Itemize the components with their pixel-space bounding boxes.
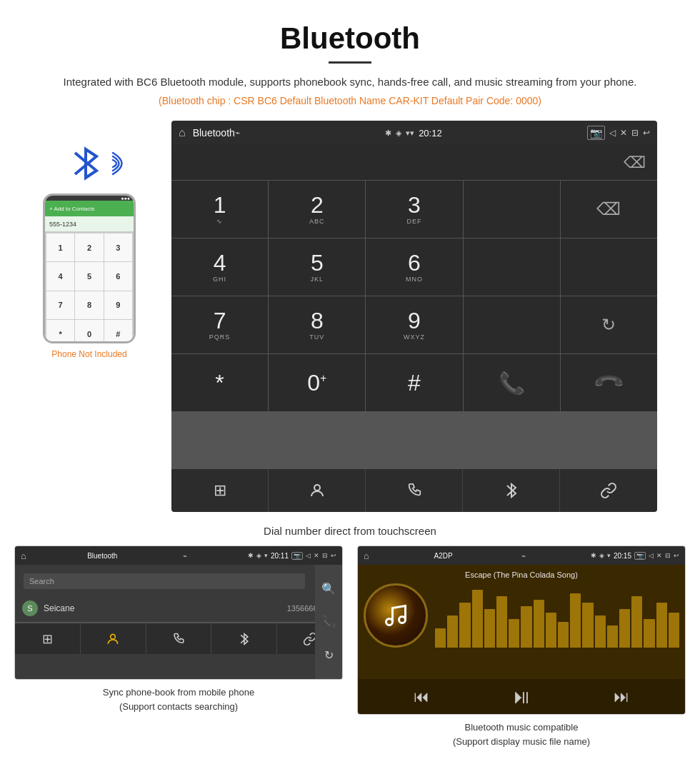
phone-key-star[interactable]: * <box>46 320 74 343</box>
bottom-screenshots: ⌂ Bluetooth ⌁ ✱ ◈ ▾ 20:11 📷 ◁ ✕ ⊟ ↩ <box>0 546 700 748</box>
specs-line: (Bluetooth chip : CSR BC6 Default Blueto… <box>14 95 686 106</box>
phone-key-4[interactable]: 4 <box>46 262 74 290</box>
eq-bar <box>546 613 556 648</box>
dial-sync-btn[interactable]: ↻ <box>561 296 657 353</box>
eq-bar <box>631 596 642 648</box>
music-status-icons: ✱ ◈ ▾ 20:15 📷 ◁ ✕ ⊟ ↩ <box>591 552 679 560</box>
bottom-nav: ⊞ <box>171 469 657 512</box>
backspace-button[interactable]: ⌫ <box>624 154 646 172</box>
svg-point-3 <box>399 617 406 623</box>
camera-icon[interactable]: 📷 <box>587 126 605 140</box>
music-home-icon[interactable]: ⌂ <box>364 551 369 561</box>
phone-key-1[interactable]: 1 <box>46 233 74 261</box>
title-section: Bluetooth Integrated with BC6 Bluetooth … <box>0 0 700 121</box>
dial-key-2[interactable]: 2ABC <box>269 181 365 238</box>
dial-key-8[interactable]: 8TUV <box>269 296 365 353</box>
dial-key-0[interactable]: 0+ <box>269 354 365 411</box>
pb-contact-avatar: S <box>22 600 38 616</box>
call-button[interactable]: 📞 <box>464 354 560 411</box>
dial-key-4[interactable]: 4GHI <box>171 238 268 296</box>
pb-back-icon[interactable]: ↩ <box>331 552 336 559</box>
pb-bt-icon: ✱ <box>248 552 254 559</box>
pb-nav-bt[interactable] <box>211 623 277 654</box>
svg-point-2 <box>386 619 393 625</box>
music-block: ⌂ A2DP ⌁ ✱ ◈ ▾ 20:15 📷 ◁ ✕ ⊟ ↩ Escape (T… <box>357 546 686 748</box>
phone-key-6[interactable]: 6 <box>104 262 132 290</box>
pb-vol-icon[interactable]: ◁ <box>306 552 311 559</box>
phone-key-2[interactable]: 2 <box>75 233 103 261</box>
eq-bar <box>619 609 630 648</box>
phone-frame: ●●● + Add to Contacts 555-1234 1 2 3 4 5… <box>43 194 136 343</box>
end-call-button[interactable]: 📞 <box>561 354 657 411</box>
prev-button[interactable]: ⏮ <box>414 688 429 706</box>
pb-window-icon[interactable]: ⊟ <box>322 552 328 559</box>
home-icon[interactable]: ⌂ <box>179 126 186 139</box>
page-title: Bluetooth <box>14 21 686 56</box>
nav-contacts[interactable] <box>269 469 366 512</box>
pb-loc-icon: ◈ <box>256 552 261 559</box>
phone-key-5[interactable]: 5 <box>75 262 103 290</box>
phone-key-hash[interactable]: # <box>104 320 132 343</box>
dial-display: ⌫ <box>171 145 657 181</box>
dial-key-1[interactable]: 1∿ <box>171 181 268 238</box>
dial-key-9[interactable]: 9WXYZ <box>366 296 462 353</box>
pb-sync-icon[interactable]: ↻ <box>324 648 334 662</box>
dial-key-5[interactable]: 5JKL <box>269 238 365 296</box>
music-window-icon[interactable]: ⊟ <box>665 552 671 559</box>
pb-nav-dialpad[interactable]: ⊞ <box>15 623 81 654</box>
pb-side-icons: 🔍 📞 ↻ <box>315 565 342 679</box>
eq-bar <box>435 628 446 648</box>
close-icon[interactable]: ✕ <box>620 128 627 138</box>
dial-key-7[interactable]: 7PQRS <box>171 296 268 353</box>
play-pause-button[interactable]: ⏯ <box>511 685 531 708</box>
pb-home-icon[interactable]: ⌂ <box>21 551 26 561</box>
pb-search-icon[interactable]: 🔍 <box>321 582 336 595</box>
pb-close-icon[interactable]: ✕ <box>314 552 319 559</box>
phone-header-bar: + Add to Contacts <box>45 201 134 216</box>
music-close-icon[interactable]: ✕ <box>656 552 662 559</box>
svg-point-1 <box>111 634 116 639</box>
next-button[interactable]: ⏭ <box>614 688 629 706</box>
music-cam-icon[interactable]: 📷 <box>634 552 646 560</box>
window-icon[interactable]: ⊟ <box>631 128 639 138</box>
pb-nav-phone[interactable] <box>146 623 212 654</box>
dial-backspace-btn[interactable]: ⌫ <box>561 181 657 238</box>
eq-bar <box>607 625 618 648</box>
dial-key-hash[interactable]: # <box>366 354 462 411</box>
phone-key-7[interactable]: 7 <box>46 291 74 319</box>
music-screenshot: ⌂ A2DP ⌁ ✱ ◈ ▾ 20:15 📷 ◁ ✕ ⊟ ↩ Escape (T… <box>357 546 686 715</box>
pb-cam-icon[interactable]: 📷 <box>291 552 303 560</box>
nav-bluetooth[interactable] <box>463 469 560 512</box>
pb-nav-contacts[interactable] <box>81 623 146 654</box>
music-back-icon[interactable]: ↩ <box>674 552 679 559</box>
phonebook-screenshot: ⌂ Bluetooth ⌁ ✱ ◈ ▾ 20:11 📷 ◁ ✕ ⊟ ↩ <box>14 546 343 680</box>
dial-key-3[interactable]: 3DEF <box>366 181 462 238</box>
phone-key-9[interactable]: 9 <box>104 291 132 319</box>
dial-key-6[interactable]: 6MNO <box>366 238 462 296</box>
pb-search-bar[interactable]: Search <box>24 573 305 589</box>
main-content: ●●● + Add to Contacts 555-1234 1 2 3 4 5… <box>0 121 700 512</box>
phone-dial-grid: 1 2 3 4 5 6 7 8 9 * 0 # <box>45 232 134 343</box>
top-right-icons: 📷 ◁ ✕ ⊟ ↩ <box>587 126 650 140</box>
eq-bar <box>459 603 470 648</box>
dial-empty-3 <box>561 238 657 296</box>
android-top-bar: ⌂ Bluetooth ⌁ ✱ ◈ ▾▾ 20:12 📷 ◁ ✕ ⊟ ↩ <box>171 121 657 145</box>
nav-link[interactable] <box>560 469 657 512</box>
music-body: Escape (The Pina Colada Song) <box>358 565 685 679</box>
pb-call-icon[interactable]: 📞 <box>321 615 336 628</box>
volume-icon[interactable]: ◁ <box>609 128 616 138</box>
music-vol-icon[interactable]: ◁ <box>649 552 654 559</box>
eq-bar <box>447 615 458 648</box>
dial-key-star[interactable]: * <box>171 354 268 411</box>
nav-dialpad[interactable]: ⊞ <box>171 469 269 512</box>
phone-key-8[interactable]: 8 <box>75 291 103 319</box>
music-main <box>364 583 679 648</box>
phone-key-0[interactable]: 0 <box>75 320 103 343</box>
phone-key-3[interactable]: 3 <box>104 233 132 261</box>
dial-grid: 1∿ 2ABC 3DEF ⌫ 4GHI 5JKL 6MNO <box>171 181 657 469</box>
location-icon: ◈ <box>396 129 401 138</box>
nav-phone[interactable] <box>366 469 463 512</box>
pb-bottom-nav: ⊞ <box>15 623 342 654</box>
back-icon[interactable]: ↩ <box>643 128 650 138</box>
clock-display: 20:12 <box>419 128 442 139</box>
